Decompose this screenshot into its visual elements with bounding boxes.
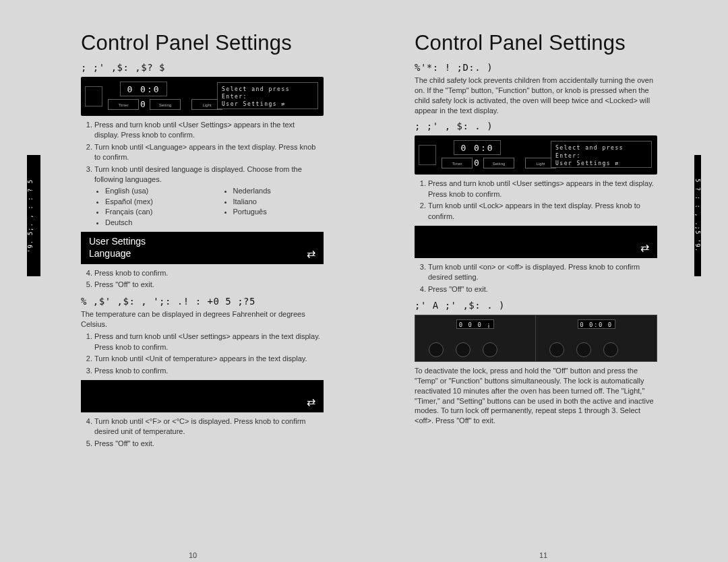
step-item: Turn knob until <Unit of temperature> ap… (94, 354, 320, 364)
panel-text-line: User Settings ⇄ (222, 100, 313, 108)
text-display-lock: ⇄ (415, 226, 657, 258)
steps-language-b: Press knob to confirm. Press "Off" to ex… (81, 268, 320, 290)
language-option: Español (mex) (105, 197, 193, 207)
text-display-temp: ⇄ (81, 380, 324, 412)
panel-button: Setting (483, 158, 514, 168)
heading-set-lock: ; ;' , $: . ) (415, 121, 694, 131)
knob-slot-icon (419, 145, 436, 165)
knob-icon (456, 342, 471, 357)
text-display-language: User Settings Language ⇄ (81, 232, 324, 264)
child-lock-intro: The child safety lock prevents children … (415, 75, 654, 115)
panel-text-line: User Settings ⇄ (555, 160, 647, 167)
step-item: Press and turn knob until <User Settings… (94, 120, 320, 141)
control-panel-illustration-1: 0 0:0 0 Timer Setting Light Select and p… (81, 77, 324, 116)
panel-button: Timer (108, 99, 139, 110)
steps-temp-a: Press and turn knob until <User settings… (81, 332, 320, 376)
language-option: English (usa) (105, 186, 193, 196)
double-oven-illustration: 0 0 0 ¡ 0 0:0 0 (415, 315, 657, 362)
step-item: Turn knob until <Language> appears in th… (94, 142, 320, 163)
step-item: Turn knob until <Lock> appears in the te… (428, 201, 654, 222)
control-panel-illustration-2: 0 0:0 0 Timer Setting Light Select and p… (415, 135, 657, 175)
panel-text-lcd: Select and press Enter: User Settings ⇄ (551, 141, 652, 168)
panel-text-line: Select and press Enter: (222, 86, 313, 100)
knob-icon (549, 342, 564, 357)
heading-double-oven: ;' A ;' ,$: . ) (415, 300, 694, 311)
steps-language-a: Press and turn knob until <User Settings… (81, 120, 320, 228)
step-item: Press "Off" to exit. (94, 280, 320, 290)
step-item: Turn knob until <on> or <off> is display… (428, 262, 654, 283)
language-option: Deutsch (105, 218, 193, 228)
page-right: Control Panel Settings %'*: ! ;D:. ) The… (374, 12, 694, 550)
text-display-line: Language (89, 248, 131, 259)
page-title-right: Control Panel Settings (415, 31, 694, 55)
step-item: Turn knob until desired language is disp… (94, 164, 320, 228)
panel-lcd: 0 0:0 0 (120, 82, 167, 96)
page-number-right: 11 (539, 551, 547, 559)
mini-lcd-left: 0 0 0 ¡ (456, 319, 494, 329)
heading-language: ; ;' ,$: ,$? $ (81, 62, 361, 73)
step-item: Press knob to confirm. (94, 268, 320, 278)
panel-lcd: 0 0:0 0 (454, 140, 501, 155)
step-item: Press and turn knob until <User settings… (428, 179, 654, 199)
knob-icon (483, 342, 497, 357)
language-option: Français (can) (105, 207, 193, 217)
panel-text-line: Select and press Enter: (555, 144, 647, 159)
step-item-text: Turn knob until desired language is disp… (94, 165, 302, 183)
side-tab-left: '9. 5;. , : : ? 5 (27, 155, 40, 276)
step-item: Turn knob until <°F> or <°C> is displaye… (94, 416, 320, 437)
swap-icon: ⇄ (307, 247, 315, 260)
steps-temp-b: Turn knob until <°F> or <°C> is displaye… (81, 416, 320, 449)
knob-icon (603, 342, 618, 357)
knob-icon (429, 342, 444, 357)
text-display-line: User Settings (89, 236, 146, 247)
step-item: Press knob to confirm. (94, 366, 320, 376)
step-item: Press "Off" to exit. (428, 284, 654, 294)
steps-lock-a: Press and turn knob until <User settings… (415, 179, 654, 222)
swap-icon: ⇄ (640, 241, 649, 254)
swap-icon: ⇄ (307, 396, 315, 408)
language-list: English (usa) Español (mex) Français (ca… (105, 186, 320, 228)
double-oven-body: To deactivate the lock, press and hold t… (415, 366, 654, 426)
heading-child-lock: %'*: ! ;D:. ) (415, 62, 694, 73)
panel-text-lcd: Select and press Enter: User Settings ⇄ (217, 82, 318, 109)
step-item: Press "Off" to exit. (94, 439, 320, 449)
page-left: Control Panel Settings ; ;' ,$: ,$? $ 0 … (40, 12, 361, 550)
page-title-left: Control Panel Settings (81, 31, 361, 55)
language-option: Nederlands (233, 186, 321, 196)
step-item: Press and turn knob until <User settings… (94, 332, 320, 352)
temp-intro: The temperature can be displayed in degr… (81, 309, 320, 330)
language-option: Italiano (233, 197, 321, 207)
knob-slot-icon (85, 86, 102, 106)
heading-temp-unit: % ,$' ,$: , ';: .! : +0 5 ;?5 (81, 296, 361, 307)
panel-button: Setting (150, 99, 181, 110)
language-option: Português (233, 207, 321, 217)
page-number-left: 10 (189, 551, 197, 559)
panel-button: Timer (442, 158, 473, 168)
knob-icon (576, 342, 591, 357)
mini-lcd-right: 0 0:0 0 (578, 319, 615, 329)
steps-lock-b: Turn knob until <on> or <off> is display… (415, 262, 654, 294)
